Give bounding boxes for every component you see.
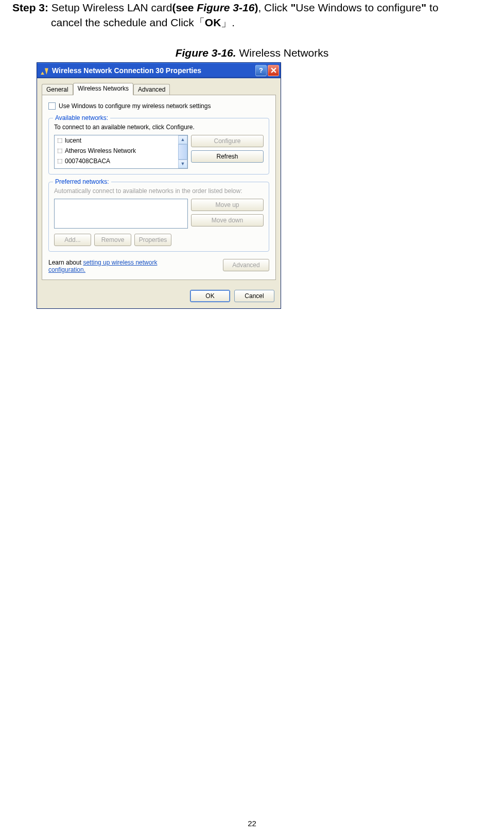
move-down-button[interactable]: Move down bbox=[191, 214, 264, 226]
network-icon: ⬚ bbox=[57, 137, 62, 144]
see-ref: Figure 3-16 bbox=[197, 2, 254, 13]
list-item[interactable]: ⬚0007408CBACA bbox=[55, 156, 178, 166]
remove-button[interactable]: Remove bbox=[94, 234, 131, 246]
step-line2-before: cancel the schedule and Click「 bbox=[51, 16, 205, 28]
titlebar-text: Wireless Network Connection 30 Propertie… bbox=[52, 66, 255, 75]
figure-caption: Figure 3-16. Wireless Networks bbox=[12, 47, 492, 59]
move-up-button[interactable]: Move up bbox=[191, 199, 264, 211]
page-number: 22 bbox=[0, 819, 504, 828]
advanced-button[interactable]: Advanced bbox=[223, 259, 269, 271]
help-button[interactable]: ? bbox=[255, 65, 267, 76]
step-text-to: to bbox=[426, 2, 438, 13]
scroll-track[interactable] bbox=[178, 144, 187, 160]
scroll-up-button[interactable]: ▲ bbox=[178, 135, 187, 144]
close-icon bbox=[271, 67, 276, 73]
quote-close: " bbox=[421, 2, 426, 13]
cancel-button[interactable]: Cancel bbox=[234, 290, 274, 302]
preferred-title: Preferred networks: bbox=[53, 178, 111, 185]
checkbox-row: Use Windows to configure my wireless net… bbox=[48, 102, 269, 110]
see-open: (see bbox=[172, 2, 197, 13]
wireless-icon bbox=[40, 66, 49, 75]
properties-dialog: Wireless Network Connection 30 Propertie… bbox=[37, 62, 281, 309]
available-title: Available networks: bbox=[53, 114, 110, 121]
available-networks-group: Available networks: To connect to an ava… bbox=[48, 118, 269, 175]
step-ok: OK bbox=[205, 16, 221, 28]
figure-title: Wireless Networks bbox=[239, 47, 328, 59]
checkbox-label: Use Windows to configure my wireless net… bbox=[59, 102, 211, 110]
properties-button[interactable]: Properties bbox=[134, 234, 171, 246]
list-item-label: 0007408CBACA bbox=[65, 158, 110, 165]
learn-text: Learn about setting up wireless network … bbox=[48, 259, 193, 273]
list-item-label: Atheros Wireless Network bbox=[65, 147, 136, 154]
preferred-networks-list[interactable] bbox=[54, 199, 188, 229]
refresh-button[interactable]: Refresh bbox=[191, 150, 264, 163]
quote-open: " bbox=[290, 2, 296, 13]
dialog-bottom-bar: OK Cancel bbox=[37, 285, 281, 308]
scroll-down-button[interactable]: ▼ bbox=[178, 160, 187, 168]
learn-before: Learn about bbox=[48, 259, 83, 266]
available-networks-list[interactable]: ⬚lucent ⬚Atheros Wireless Network ⬚00074… bbox=[54, 135, 188, 169]
tab-wireless-networks[interactable]: Wireless Networks bbox=[73, 83, 133, 95]
network-icon: ⬚ bbox=[57, 158, 62, 164]
tabs: General Wireless Networks Advanced bbox=[42, 83, 276, 95]
step-line-2: cancel the schedule and Click「OK」. bbox=[51, 15, 492, 30]
preferred-networks-group: Preferred networks: Automatically connec… bbox=[48, 182, 269, 252]
figure-label: Figure 3-16. bbox=[176, 47, 236, 59]
tab-general[interactable]: General bbox=[42, 84, 73, 95]
tab-advanced[interactable]: Advanced bbox=[133, 84, 170, 95]
list-item[interactable]: ⬚lucent bbox=[55, 135, 178, 146]
scrollbar[interactable]: ▲ ▼ bbox=[178, 135, 187, 168]
network-icon: ⬚ bbox=[57, 147, 62, 154]
configure-button[interactable]: Configure bbox=[191, 135, 264, 147]
preferred-desc: Automatically connect to available netwo… bbox=[54, 187, 264, 195]
help-icon: ? bbox=[259, 66, 263, 74]
add-button[interactable]: Add... bbox=[54, 234, 91, 246]
step-line: Step 3: Setup Wireless LAN card(see Figu… bbox=[12, 0, 492, 15]
step-text-1: Setup Wireless LAN card bbox=[51, 2, 172, 13]
step-text-use: Use Windows to configure bbox=[296, 2, 421, 13]
use-windows-checkbox[interactable] bbox=[48, 102, 56, 110]
ok-button[interactable]: OK bbox=[190, 290, 230, 302]
list-item[interactable]: ⬚Atheros Wireless Network bbox=[55, 146, 178, 156]
list-item-label: lucent bbox=[65, 137, 81, 144]
tab-panel: Use Windows to configure my wireless net… bbox=[42, 95, 276, 280]
scroll-thumb[interactable] bbox=[178, 144, 187, 160]
available-desc: To connect to an available network, clic… bbox=[54, 124, 264, 131]
step-line2-after: 」. bbox=[221, 16, 235, 28]
close-button[interactable] bbox=[268, 65, 279, 76]
titlebar[interactable]: Wireless Network Connection 30 Propertie… bbox=[37, 63, 281, 78]
step-label: Step 3: bbox=[12, 2, 51, 13]
step-text-2: , Click bbox=[258, 2, 290, 13]
